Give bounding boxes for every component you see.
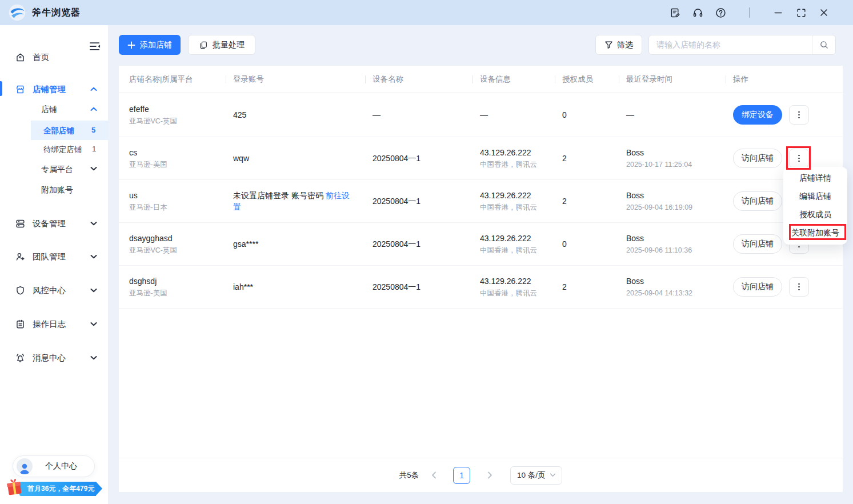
next-page-button[interactable] <box>484 471 495 479</box>
sidebar-item-op-logs[interactable]: 操作日志 <box>0 314 108 334</box>
device-ip: — <box>480 109 554 121</box>
menu-item-authorized-members[interactable]: 授权成员 <box>783 206 847 224</box>
store-platform: 亚马逊-美国 <box>129 160 225 170</box>
sidebar-item-label: 操作日志 <box>33 319 66 330</box>
page-number-button[interactable]: 1 <box>453 467 470 484</box>
col-header-name-platform: 店铺名称|所属平台 <box>129 74 233 85</box>
sidebar-item-label: 店铺管理 <box>33 84 66 95</box>
app-title: 斧牛浏览器 <box>32 7 81 19</box>
support-headset-icon[interactable] <box>686 0 709 25</box>
visit-store-button[interactable]: 访问店铺 <box>733 191 782 211</box>
visit-store-button[interactable]: 访问店铺 <box>733 234 782 254</box>
store-name: efeffe <box>129 103 225 115</box>
col-header-device-info: 设备信息 <box>480 74 562 85</box>
all-stores-count: 5 <box>91 126 95 134</box>
row-more-button[interactable] <box>789 277 809 297</box>
sidebar-item-store[interactable]: 店铺 <box>41 105 57 115</box>
table-header: 店铺名称|所属平台 登录账号 设备名称 设备信息 授权成员 最近登录时间 操作 <box>119 66 843 93</box>
copy-icon <box>199 41 208 50</box>
help-icon[interactable] <box>709 0 732 25</box>
device-host: 中国香港，腾讯云 <box>480 203 554 213</box>
row-more-button[interactable] <box>789 149 809 168</box>
members-count: 2 <box>562 195 618 207</box>
row-more-button[interactable] <box>789 105 809 125</box>
filter-label: 筛选 <box>617 40 633 50</box>
search-button[interactable] <box>812 35 835 54</box>
sidebar-item-team-mgmt[interactable]: 团队管理 <box>0 246 108 267</box>
last-login-user: Boss <box>626 275 725 287</box>
col-header-device-name: 设备名称 <box>373 74 480 85</box>
sidebar-item-extra-accounts[interactable]: 附加账号 <box>41 185 73 195</box>
chevron-up-icon <box>90 107 97 111</box>
chevron-down-icon <box>90 254 97 259</box>
last-login-user: — <box>626 109 725 121</box>
menu-item-store-details[interactable]: 店铺详情 <box>783 169 847 187</box>
goto-setup-link[interactable]: 前往设置 <box>233 191 350 211</box>
pending-stores-count: 1 <box>92 145 96 153</box>
search-icon <box>819 40 829 50</box>
store-search-input[interactable]: 请输入店铺的名称 <box>648 35 836 55</box>
sidebar-item-all-stores[interactable]: 全部店铺 <box>43 126 74 136</box>
table-row: cs亚马逊-美国wqw20250804一143.129.26.222中国香港，腾… <box>119 137 843 180</box>
device-name: 20250804一1 <box>373 153 472 164</box>
login-account: 未设置店铺登录 账号密码 前往设置 <box>233 190 353 213</box>
row-actions-menu: 店铺详情 编辑店铺 授权成员 关联附加账号 <box>783 167 847 245</box>
prev-page-button[interactable] <box>428 471 439 479</box>
app-logo-icon <box>8 3 26 22</box>
bind-device-button[interactable]: 绑定设备 <box>733 105 782 125</box>
close-button[interactable] <box>812 0 835 25</box>
members-count: 0 <box>562 109 618 121</box>
login-account: gsa**** <box>233 238 353 250</box>
col-header-members: 授权成员 <box>562 74 626 85</box>
maximize-button[interactable] <box>790 0 812 25</box>
sidebar-item-msg-center[interactable]: 消息中心 <box>0 347 108 368</box>
visit-store-button[interactable]: 访问店铺 <box>733 149 782 168</box>
plus-icon <box>127 41 135 49</box>
add-store-button[interactable]: 添加店铺 <box>119 35 181 55</box>
sidebar-item-store-mgmt[interactable]: 店铺管理 <box>0 79 108 99</box>
chevron-down-icon <box>90 288 97 293</box>
personal-center-label: 个人中心 <box>45 461 77 471</box>
sidebar-item-label: 设备管理 <box>33 218 66 229</box>
table-row: dsaygghasd亚马逊VC-英国gsa****20250804一143.12… <box>119 223 843 266</box>
menu-item-link-extra-account[interactable]: 关联附加账号 <box>783 224 847 242</box>
titlebar-divider <box>749 7 750 18</box>
visit-store-button[interactable]: 访问店铺 <box>733 277 782 297</box>
device-name: — <box>373 109 472 121</box>
table-row: us亚马逊-日本未设置店铺登录 账号密码 前往设置20250804一143.12… <box>119 180 843 223</box>
storefront-icon <box>15 84 26 95</box>
stores-table: 店铺名称|所属平台 登录账号 设备名称 设备信息 授权成员 最近登录时间 操作 … <box>119 66 843 492</box>
sidebar-item-risk-center[interactable]: 风控中心 <box>0 280 108 301</box>
last-login-time: 2025-10-17 11:25:04 <box>626 160 725 170</box>
login-account: 425 <box>233 109 353 121</box>
chevron-down-icon <box>90 221 97 226</box>
personal-center-button[interactable]: 个人中心 <box>13 455 95 477</box>
sidebar: 首页 店铺管理 店铺 全部店铺 5 待绑定店铺 1 专属平台 附加账号 <box>0 25 108 504</box>
feedback-note-icon[interactable] <box>663 0 686 25</box>
col-header-account: 登录账号 <box>233 74 373 85</box>
col-header-last-login: 最近登录时间 <box>626 74 733 85</box>
store-name: dsaygghasd <box>129 233 225 244</box>
device-host: 中国香港，腾讯云 <box>480 160 554 170</box>
promo-banner[interactable]: 首月36元，全年479元 <box>19 482 96 496</box>
sidebar-item-home[interactable]: 首页 <box>0 47 108 67</box>
sidebar-item-device-mgmt[interactable]: 设备管理 <box>0 213 108 234</box>
device-ip: 43.129.26.222 <box>480 275 554 287</box>
device-host: 中国香港，腾讯云 <box>480 246 554 256</box>
sidebar-item-label: 风控中心 <box>33 285 66 296</box>
devices-icon <box>15 218 26 229</box>
store-platform: 亚马逊VC-英国 <box>129 117 225 127</box>
sidebar-item-exclusive-platform[interactable]: 专属平台 <box>41 165 73 175</box>
page-size-select[interactable]: 10 条/页 <box>510 466 562 485</box>
last-login-time: 2025-09-06 11:10:36 <box>626 246 725 256</box>
minimize-button[interactable] <box>767 0 790 25</box>
search-placeholder: 请输入店铺的名称 <box>656 40 812 50</box>
store-name: us <box>129 190 225 201</box>
filter-button[interactable]: 筛选 <box>595 35 642 55</box>
team-icon <box>15 251 26 262</box>
sidebar-item-pending-stores[interactable]: 待绑定店铺 <box>43 145 82 155</box>
menu-item-edit-store[interactable]: 编辑店铺 <box>783 187 847 206</box>
titlebar: 斧牛浏览器 <box>0 0 853 25</box>
batch-process-button[interactable]: 批量处理 <box>188 35 255 55</box>
log-icon <box>15 319 26 330</box>
